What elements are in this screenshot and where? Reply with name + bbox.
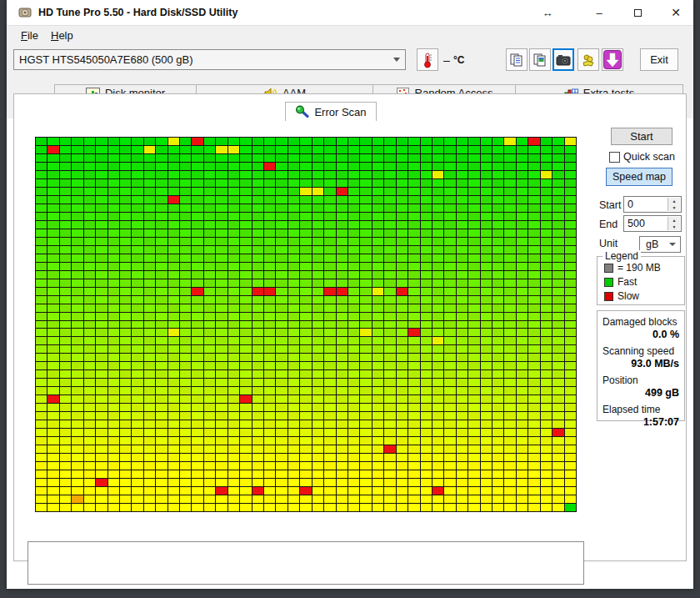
scan-block (541, 470, 552, 478)
scan-block (204, 263, 215, 270)
scan-block (48, 138, 58, 145)
scan-block (156, 370, 167, 378)
scan-block (528, 196, 539, 204)
resize-window-icon[interactable]: ↔ (533, 0, 562, 25)
scan-block (192, 254, 202, 262)
scan-block (348, 404, 359, 411)
scan-block (72, 279, 82, 287)
maximize-icon[interactable] (623, 0, 652, 25)
end-position-input[interactable]: 500 ▲▼ (623, 215, 682, 232)
scan-block (444, 254, 455, 262)
scan-block (348, 429, 359, 436)
scan-block (444, 296, 455, 304)
scan-block (397, 379, 408, 386)
spin-down-icon[interactable]: ▼ (668, 204, 680, 211)
scan-block (252, 345, 263, 353)
scan-block (132, 362, 142, 369)
scan-block (348, 487, 359, 495)
scan-block (84, 304, 95, 312)
scan-block (204, 229, 215, 237)
scan-block (144, 337, 155, 344)
scan-block (481, 429, 492, 436)
scan-block (156, 445, 167, 453)
scan-block (421, 437, 432, 445)
scan-block (48, 487, 58, 495)
scan-block (276, 362, 287, 369)
unit-select[interactable]: gB (639, 236, 681, 253)
start-position-input[interactable]: 0 ▲▼ (623, 196, 682, 213)
scan-block (565, 345, 576, 353)
camera-button[interactable] (552, 48, 574, 71)
scan-block (481, 163, 492, 170)
scan-block (337, 412, 348, 420)
scan-block (337, 213, 348, 220)
scan-block (108, 370, 119, 378)
scan-block (541, 271, 552, 279)
scan-block (108, 362, 119, 369)
scan-block (541, 337, 552, 344)
scan-block (204, 387, 215, 394)
scan-block (384, 146, 395, 153)
scan-block (36, 337, 47, 344)
spin-down-icon[interactable]: ▼ (668, 224, 680, 230)
scan-block (72, 288, 82, 295)
quick-scan-checkbox[interactable] (609, 152, 620, 163)
spin-up-icon[interactable]: ▲ (668, 217, 680, 224)
spin-up-icon[interactable]: ▲ (668, 198, 680, 204)
scan-block (337, 304, 348, 312)
update-arrow-button[interactable] (602, 48, 623, 71)
menu-file[interactable]: File (13, 26, 46, 44)
scan-block (408, 204, 419, 212)
minimize-icon[interactable]: – (585, 0, 613, 25)
temperature-button[interactable] (417, 48, 438, 71)
scan-block (276, 163, 287, 170)
stat-value: 93.0 MB/s (602, 358, 679, 369)
scan-block (444, 188, 455, 195)
copy-image-button[interactable] (529, 48, 551, 71)
start-spinner[interactable]: ▲▼ (668, 198, 680, 211)
scan-block (360, 437, 371, 445)
scan-block (216, 379, 227, 386)
drive-select[interactable]: HGST HTS545050A7E680 (500 gB) (13, 49, 406, 70)
scan-block (312, 387, 323, 394)
scan-block (517, 504, 528, 511)
scan-block (60, 313, 71, 320)
scan-block (108, 379, 119, 386)
scan-block (228, 163, 239, 170)
scan-block (565, 479, 576, 486)
scan-block (264, 429, 275, 436)
scan-block (108, 246, 119, 254)
error-scan-panel: Start Quick scan Speed map Start 0 ▲▼ En… (13, 93, 687, 561)
speed-map-button[interactable]: Speed map (606, 168, 672, 186)
scan-block (48, 263, 58, 270)
copy-text-button[interactable] (506, 48, 528, 71)
scan-block (541, 420, 552, 428)
exit-button[interactable]: Exit (640, 48, 678, 71)
scan-block (288, 412, 299, 420)
scan-block (397, 154, 408, 162)
scan-block (457, 246, 468, 254)
tab-error-scan[interactable]: Error Scan (285, 102, 377, 121)
scan-block (48, 221, 58, 229)
scan-block (36, 387, 47, 394)
scan-block (348, 337, 359, 344)
scan-block (252, 154, 263, 162)
close-icon[interactable]: ✕ (662, 0, 690, 25)
scan-block (228, 246, 239, 254)
start-scan-button[interactable]: Start (611, 128, 672, 145)
scan-block (528, 370, 539, 378)
scan-block (84, 354, 95, 361)
scan-block (408, 470, 419, 478)
scan-block (228, 387, 239, 394)
scan-block (504, 163, 515, 170)
menu-help[interactable]: Help (43, 26, 81, 44)
scan-block (444, 146, 455, 153)
scan-block (300, 445, 311, 453)
scan-block (36, 254, 47, 262)
end-spinner[interactable]: ▲▼ (668, 217, 680, 230)
scan-block (240, 171, 251, 178)
legend-items: = 190 MBFastSlow (598, 262, 684, 302)
hand-coins-button[interactable] (578, 48, 599, 71)
scan-block (108, 495, 119, 503)
quick-scan-option[interactable]: Quick scan (609, 151, 675, 163)
